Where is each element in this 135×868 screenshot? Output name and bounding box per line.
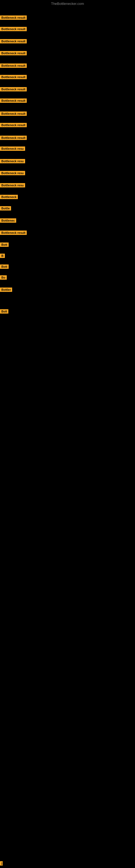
bottleneck-badge-22[interactable]: Bott <box>0 265 9 270</box>
badge-label-1: Bottleneck result <box>0 16 27 20</box>
bottleneck-badge-10[interactable]: Bottleneck result <box>0 123 27 128</box>
badge-label-14: Bottleneck resu <box>0 171 25 175</box>
badge-label-25: Bolt <box>0 309 8 314</box>
badge-label-23: Bo <box>0 275 7 280</box>
bottleneck-badge-25[interactable]: Bolt <box>0 309 8 315</box>
badge-label-19: Bottleneck result <box>0 230 27 235</box>
bottleneck-badge-2[interactable]: Bottleneck result <box>0 27 27 32</box>
bottleneck-badge-3[interactable]: Bottleneck result <box>0 39 27 44</box>
badge-label-3: Bottleneck result <box>0 39 27 43</box>
site-title: TheBottlenecker.com <box>0 1 135 7</box>
bottleneck-badge-8[interactable]: Bottleneck result <box>0 98 27 104</box>
badge-label-22: Bott <box>0 265 9 269</box>
badge-label-8: Bottleneck result <box>0 98 27 103</box>
badge-label-4: Bottleneck result <box>0 51 27 55</box>
bottleneck-badge-20[interactable]: Bott <box>0 243 9 248</box>
bottleneck-badge-9[interactable]: Bottleneck result <box>0 112 27 117</box>
badge-label-24: Bottler <box>0 287 12 292</box>
bottleneck-badge-5[interactable]: Bottleneck result <box>0 63 27 69</box>
badge-label-6: Bottleneck result <box>0 75 27 79</box>
bottleneck-badge-12[interactable]: Bottleneck resu <box>0 147 25 152</box>
badge-label-26: | <box>0 861 3 866</box>
badge-label-15: Bottleneck resu <box>0 183 25 187</box>
bottleneck-badge-6[interactable]: Bottleneck result <box>0 75 27 80</box>
badge-label-9: Bottleneck result <box>0 112 27 116</box>
bottleneck-badge-1[interactable]: Bottleneck result <box>0 16 27 21</box>
bottleneck-badge-21[interactable]: B <box>0 254 5 259</box>
badge-label-10: Bottleneck result <box>0 123 27 127</box>
badge-label-11: Bottleneck result <box>0 135 27 140</box>
badge-label-13: Bottleneck resu <box>0 159 25 163</box>
badge-label-16: Bottleneck <box>0 195 18 199</box>
bottleneck-badge-18[interactable]: Bottlenec <box>0 218 16 224</box>
bottleneck-badge-26[interactable]: | <box>0 861 3 867</box>
badge-label-7: Bottleneck result <box>0 87 27 91</box>
bottleneck-badge-11[interactable]: Bottleneck result <box>0 135 27 141</box>
badge-label-21: B <box>0 254 5 258</box>
bottleneck-badge-15[interactable]: Bottleneck resu <box>0 183 25 188</box>
bottleneck-badge-16[interactable]: Bottleneck <box>0 195 18 200</box>
bottleneck-badge-24[interactable]: Bottler <box>0 287 12 293</box>
badge-label-18: Bottlenec <box>0 218 16 223</box>
badge-label-12: Bottleneck resu <box>0 147 25 151</box>
badge-label-20: Bott <box>0 243 9 247</box>
badge-label-2: Bottleneck result <box>0 27 27 31</box>
bottleneck-badge-19[interactable]: Bottleneck result <box>0 230 27 236</box>
bottleneck-badge-4[interactable]: Bottleneck result <box>0 51 27 56</box>
badge-label-5: Bottleneck result <box>0 63 27 68</box>
bottleneck-badge-17[interactable]: Bottle <box>0 206 11 212</box>
badge-label-17: Bottle <box>0 206 11 211</box>
bottleneck-badge-23[interactable]: Bo <box>0 275 7 281</box>
bottleneck-badge-14[interactable]: Bottleneck resu <box>0 171 25 176</box>
bottleneck-badge-7[interactable]: Bottleneck result <box>0 87 27 93</box>
bottleneck-badge-13[interactable]: Bottleneck resu <box>0 159 25 164</box>
